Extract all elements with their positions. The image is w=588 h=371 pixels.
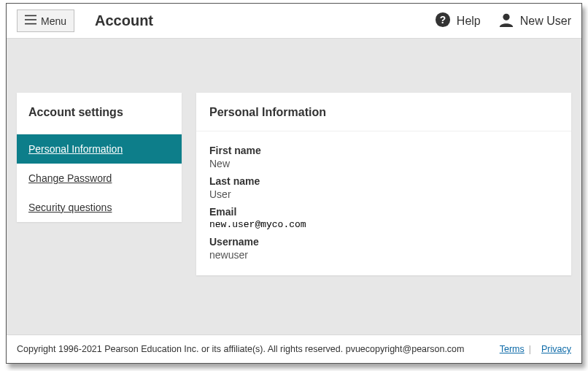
email-value: new.user@myco.com [209, 219, 558, 230]
footer-separator: | [529, 344, 531, 354]
hamburger-icon [25, 15, 36, 27]
sidebar-item-label: Security questions [28, 202, 112, 213]
sidebar-title: Account settings [17, 93, 182, 134]
footer-copyright: Copyright 1996-2021 Pearson Education In… [17, 344, 464, 354]
svg-rect-0 [25, 15, 36, 17]
menu-button[interactable]: Menu [17, 9, 74, 32]
help-link[interactable]: ? Help [435, 12, 481, 31]
content-area: Account settings Personal Information Ch… [7, 39, 581, 334]
personal-info-panel: Personal Information First name New Last… [196, 93, 571, 275]
first-name-label: First name [209, 145, 558, 156]
svg-point-5 [503, 13, 509, 20]
help-icon: ? [435, 12, 451, 31]
first-name-value: New [209, 158, 558, 169]
help-label: Help [457, 15, 481, 28]
sidebar-item-security-questions[interactable]: Security questions [17, 193, 182, 222]
menu-button-label: Menu [41, 15, 66, 27]
field-username: Username newuser [209, 236, 558, 261]
user-menu[interactable]: New User [498, 12, 571, 31]
username-value: newuser [209, 249, 558, 261]
page-title: Account [95, 12, 153, 29]
field-last-name: Last name User [209, 175, 558, 200]
email-label: Email [209, 206, 558, 218]
user-icon [498, 12, 514, 31]
footer-privacy-link[interactable]: Privacy [541, 344, 571, 354]
panel-title: Personal Information [196, 93, 571, 131]
last-name-label: Last name [209, 175, 558, 187]
field-email: Email new.user@myco.com [209, 206, 558, 230]
sidebar: Account settings Personal Information Ch… [17, 93, 182, 222]
svg-rect-2 [25, 23, 36, 25]
footer: Copyright 1996-2021 Pearson Education In… [7, 334, 581, 363]
user-label: New User [520, 15, 571, 28]
last-name-value: User [209, 188, 558, 200]
username-label: Username [209, 236, 558, 248]
svg-rect-1 [25, 19, 36, 20]
header-bar: Menu Account ? Help New User [7, 4, 581, 39]
sidebar-item-change-password[interactable]: Change Password [17, 164, 182, 193]
sidebar-item-label: Change Password [28, 172, 112, 184]
app-window: Menu Account ? Help New User Account set… [6, 3, 582, 364]
field-first-name: First name New [209, 145, 558, 169]
field-list: First name New Last name User Email new.… [196, 131, 571, 261]
footer-terms-link[interactable]: Terms [500, 344, 525, 354]
sidebar-item-label: Personal Information [28, 143, 123, 155]
svg-text:?: ? [440, 14, 446, 25]
sidebar-item-personal-information[interactable]: Personal Information [17, 134, 182, 164]
